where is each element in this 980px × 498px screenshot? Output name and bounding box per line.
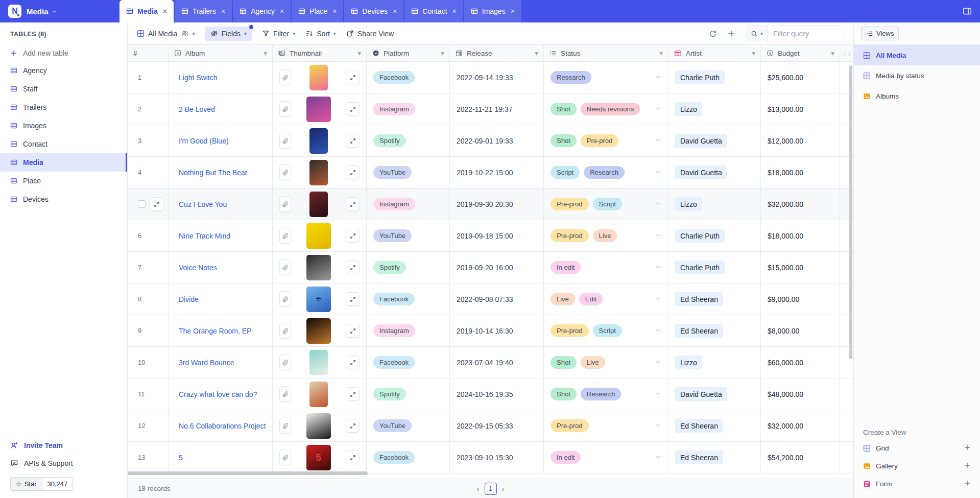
filter-query-input[interactable] bbox=[768, 26, 845, 41]
column-header-release[interactable]: Release▾ bbox=[450, 45, 544, 61]
status-cell[interactable]: Pre-prodScript bbox=[544, 188, 668, 220]
platform-cell[interactable]: Spotify bbox=[367, 252, 450, 283]
chevron-down-icon[interactable] bbox=[655, 264, 661, 272]
album-cell[interactable]: 3rd Ward Bounce bbox=[169, 347, 273, 378]
budget-cell[interactable]: $15,000.00 bbox=[761, 252, 840, 283]
artist-cell[interactable]: Lizzo bbox=[668, 188, 761, 220]
release-cell[interactable]: 2022-09-08 07:33 bbox=[450, 283, 544, 315]
release-cell[interactable]: 2023-09-10 15:30 bbox=[450, 442, 544, 473]
artist-cell[interactable]: Ed Sheeran bbox=[668, 315, 761, 346]
platform-cell[interactable]: Facebook bbox=[367, 347, 450, 378]
expand-record-button[interactable] bbox=[150, 197, 163, 211]
release-cell[interactable]: 2022-09-15 05:33 bbox=[450, 410, 544, 441]
album-cell[interactable]: The Orange Room, EP bbox=[169, 315, 273, 346]
album-cell[interactable]: No.6 Collaborations Project bbox=[169, 410, 273, 441]
caret-down-icon[interactable]: ▾ bbox=[659, 49, 663, 57]
album-cover-image[interactable] bbox=[306, 318, 331, 344]
artist-cell[interactable]: Ed Sheeran bbox=[668, 442, 761, 473]
album-cell[interactable]: Nine Track Mind bbox=[169, 220, 273, 251]
release-cell[interactable]: 2019-10-22 15:00 bbox=[450, 157, 544, 188]
status-cell[interactable]: In edit bbox=[544, 252, 668, 283]
album-link[interactable]: Divide bbox=[179, 295, 199, 303]
release-cell[interactable]: 2022-11-21 19:37 bbox=[450, 93, 544, 125]
release-cell[interactable]: 2024-10-16 19:35 bbox=[450, 378, 544, 410]
budget-cell[interactable]: $13,000.00 bbox=[761, 93, 840, 125]
status-cell[interactable]: Pre-prodScript bbox=[544, 315, 668, 346]
artist-cell[interactable]: David Guetta bbox=[668, 157, 761, 188]
expand-attachment-button[interactable] bbox=[346, 260, 360, 274]
budget-cell[interactable]: $48,000.00 bbox=[761, 378, 840, 410]
vertical-scrollbar[interactable] bbox=[849, 65, 852, 359]
next-page-icon[interactable]: › bbox=[502, 484, 505, 493]
budget-cell[interactable]: $18,000.00 bbox=[761, 157, 840, 188]
release-cell[interactable]: 2023-07-04 19:40 bbox=[450, 347, 544, 378]
budget-cell[interactable]: $25,600.00 bbox=[761, 62, 840, 93]
album-cover-image[interactable] bbox=[309, 128, 328, 154]
plus-icon[interactable] bbox=[964, 462, 971, 470]
sidebar-item-trailers[interactable]: Trailers bbox=[0, 98, 127, 116]
expand-attachment-button[interactable] bbox=[346, 134, 360, 148]
album-cell[interactable]: Voice Notes bbox=[169, 252, 273, 283]
sidebar-item-place[interactable]: Place bbox=[0, 172, 127, 190]
budget-cell[interactable]: $60,000.00 bbox=[761, 347, 840, 378]
close-icon[interactable]: × bbox=[163, 7, 167, 15]
artist-cell[interactable]: Ed Sheeran bbox=[668, 410, 761, 441]
status-cell[interactable]: LiveEdit bbox=[544, 283, 668, 315]
attachment-button[interactable] bbox=[279, 101, 291, 117]
platform-cell[interactable]: Facebook bbox=[367, 442, 450, 473]
caret-down-icon[interactable]: ▾ bbox=[441, 49, 444, 57]
status-cell[interactable]: ShotLive bbox=[544, 347, 668, 378]
tab-place[interactable]: Place× bbox=[292, 0, 343, 22]
expand-attachment-button[interactable] bbox=[346, 229, 360, 243]
expand-attachment-button[interactable] bbox=[346, 197, 360, 211]
chevron-down-icon[interactable] bbox=[655, 295, 661, 303]
platform-cell[interactable]: YouTube bbox=[367, 157, 450, 188]
status-cell[interactable]: ShotResearch bbox=[544, 378, 668, 410]
column-header-status[interactable]: Status▾ bbox=[544, 45, 668, 61]
album-cell[interactable]: Nothing But The Beat bbox=[169, 157, 273, 188]
chevron-down-icon[interactable] bbox=[655, 232, 661, 240]
sidebar-item-staff[interactable]: Staff bbox=[0, 80, 127, 98]
artist-cell[interactable]: David Guetta bbox=[668, 378, 761, 410]
album-link[interactable]: Nine Track Mind bbox=[179, 232, 230, 240]
expand-attachment-button[interactable] bbox=[346, 387, 360, 401]
album-cell[interactable]: 2 Be Loved bbox=[169, 93, 273, 125]
column-header-thumb[interactable]: Thumbnail▾ bbox=[273, 45, 367, 61]
sidebar-item-images[interactable]: Images bbox=[0, 116, 127, 135]
chevron-down-icon[interactable] bbox=[655, 359, 661, 367]
release-cell[interactable]: 2019-09-30 20:30 bbox=[450, 188, 544, 220]
create-view-gallery[interactable]: Gallery bbox=[854, 457, 980, 475]
budget-cell[interactable]: $12,000.00 bbox=[761, 125, 840, 156]
chevron-down-icon[interactable] bbox=[655, 327, 661, 335]
album-cover-image[interactable] bbox=[306, 255, 331, 280]
chevron-down-icon[interactable] bbox=[655, 200, 661, 208]
share-view-button[interactable]: Share View bbox=[346, 30, 394, 38]
close-icon[interactable]: × bbox=[393, 7, 397, 15]
sidebar-item-devices[interactable]: Devices bbox=[0, 190, 127, 208]
release-cell[interactable]: 2019-10-14 16:30 bbox=[450, 315, 544, 346]
chevron-down-icon[interactable] bbox=[655, 454, 661, 462]
status-cell[interactable]: ShotPre-prod bbox=[544, 125, 668, 156]
album-cover-image[interactable] bbox=[309, 160, 328, 185]
add-new-table-button[interactable]: Add new table bbox=[10, 49, 127, 57]
tab-devices[interactable]: Devices× bbox=[344, 0, 403, 22]
expand-attachment-button[interactable] bbox=[346, 292, 360, 306]
attachment-button[interactable] bbox=[279, 291, 291, 307]
budget-cell[interactable]: $54,200.00 bbox=[761, 442, 840, 473]
chevron-down-icon[interactable] bbox=[655, 105, 661, 113]
platform-cell[interactable]: Facebook bbox=[367, 283, 450, 315]
platform-cell[interactable]: Instagram bbox=[367, 188, 450, 220]
artist-cell[interactable]: Lizzo bbox=[668, 93, 761, 125]
caret-down-icon[interactable]: ▾ bbox=[752, 49, 755, 57]
attachment-button[interactable] bbox=[279, 133, 291, 149]
artist-cell[interactable]: Lizzo bbox=[668, 347, 761, 378]
release-cell[interactable]: 2022-09-01 19:33 bbox=[450, 125, 544, 156]
apis-support-button[interactable]: APIs & Support bbox=[10, 459, 127, 467]
tab-trailers[interactable]: Trailers× bbox=[175, 0, 232, 22]
attachment-button[interactable] bbox=[279, 228, 291, 244]
artist-cell[interactable]: David Guetta bbox=[668, 125, 761, 156]
status-cell[interactable]: In edit bbox=[544, 442, 668, 473]
budget-cell[interactable]: $18,000.00 bbox=[761, 220, 840, 251]
attachment-button[interactable] bbox=[279, 259, 291, 275]
album-cover-image[interactable] bbox=[306, 413, 331, 439]
